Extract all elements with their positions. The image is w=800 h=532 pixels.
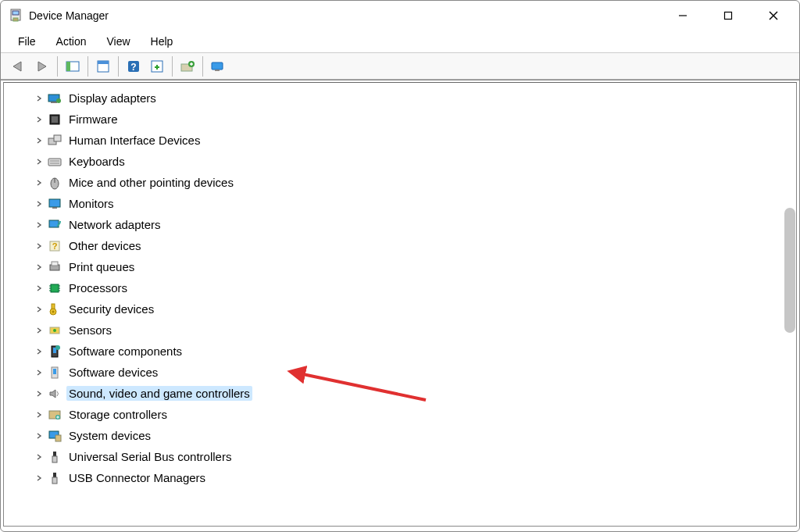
tree-item-label: Software devices xyxy=(66,365,160,380)
svg-rect-58 xyxy=(53,452,56,456)
show-hide-tree-button[interactable] xyxy=(61,55,84,77)
tree-item[interactable]: ?Other devices xyxy=(34,235,796,256)
tree-item[interactable]: Sound, video and game controllers xyxy=(34,383,796,404)
add-hardware-button[interactable] xyxy=(176,55,199,77)
tree-item-label: System devices xyxy=(66,428,153,443)
usb-icon xyxy=(48,450,62,464)
tree-item-label: Security devices xyxy=(66,302,156,316)
tree-item[interactable]: Sensors xyxy=(34,320,796,341)
expand-chevron-icon[interactable] xyxy=(34,93,45,104)
tree-item[interactable]: Processors xyxy=(34,277,796,298)
software-device-icon xyxy=(48,366,62,380)
tree-item[interactable]: Firmware xyxy=(34,109,796,130)
expand-chevron-icon[interactable] xyxy=(34,262,45,273)
expand-chevron-icon[interactable] xyxy=(34,452,45,462)
tree-item-label: Print queues xyxy=(66,259,137,274)
svg-rect-36 xyxy=(52,262,58,266)
close-button[interactable] xyxy=(751,1,796,30)
svg-rect-53 xyxy=(53,369,56,374)
mouse-icon xyxy=(48,176,62,190)
expand-chevron-icon[interactable] xyxy=(34,114,45,125)
tree-item[interactable]: Network adapters xyxy=(34,214,796,235)
help-button[interactable]: ? xyxy=(122,55,145,77)
tree-item[interactable]: Software components xyxy=(34,341,796,362)
expand-chevron-icon[interactable] xyxy=(34,388,45,399)
menu-help[interactable]: Help xyxy=(141,34,183,49)
svg-point-51 xyxy=(55,345,60,350)
tree-item-label: Sound, video and game controllers xyxy=(66,386,252,401)
svg-rect-1 xyxy=(12,11,19,15)
menu-view[interactable]: View xyxy=(97,34,139,49)
device-tree-pane: Display adaptersFirmwareHuman Interface … xyxy=(3,82,797,527)
expand-chevron-icon[interactable] xyxy=(34,409,45,420)
expand-chevron-icon[interactable] xyxy=(34,177,45,188)
expand-chevron-icon[interactable] xyxy=(34,325,45,336)
storage-icon xyxy=(48,408,62,422)
tree-item[interactable]: System devices xyxy=(34,425,796,446)
menu-action[interactable]: Action xyxy=(47,34,96,49)
menubar: File Action View Help xyxy=(1,30,799,52)
tree-item[interactable]: Universal Serial Bus controllers xyxy=(34,446,796,467)
titlebar: Device Manager xyxy=(1,1,799,30)
expand-chevron-icon[interactable] xyxy=(34,198,45,209)
expand-chevron-icon[interactable] xyxy=(34,156,45,167)
tree-item[interactable]: Human Interface Devices xyxy=(34,130,796,151)
window-controls xyxy=(660,1,796,30)
tree-item[interactable]: Storage controllers xyxy=(34,404,796,425)
expand-chevron-icon[interactable] xyxy=(34,430,45,441)
tree-item-label: Processors xyxy=(66,280,130,295)
tree-item-label: Mice and other pointing devices xyxy=(66,175,236,190)
expand-chevron-icon[interactable] xyxy=(34,346,45,357)
device-tree[interactable]: Display adaptersFirmwareHuman Interface … xyxy=(4,83,796,493)
tree-item[interactable]: Print queues xyxy=(34,256,796,277)
svg-rect-24 xyxy=(54,135,61,141)
svg-rect-4 xyxy=(725,12,732,20)
printer-icon xyxy=(48,260,62,274)
expand-chevron-icon[interactable] xyxy=(34,220,45,230)
svg-rect-57 xyxy=(55,435,61,441)
tree-item[interactable]: Keyboards xyxy=(34,151,796,172)
expand-chevron-icon[interactable] xyxy=(34,473,45,484)
scan-hardware-button[interactable] xyxy=(145,55,169,77)
expand-chevron-icon[interactable] xyxy=(34,367,45,378)
app-icon xyxy=(9,9,23,23)
scrollbar-thumb[interactable] xyxy=(784,208,795,333)
device-manager-window: Device Manager File Action View Help xyxy=(0,0,800,532)
svg-rect-31 xyxy=(52,207,57,209)
tree-item[interactable]: Display adapters xyxy=(34,87,796,109)
tree-item-label: Keyboards xyxy=(66,154,127,169)
menu-file[interactable]: File xyxy=(9,34,45,49)
svg-rect-32 xyxy=(49,220,59,227)
tree-item-label: Other devices xyxy=(66,238,144,253)
tree-item[interactable]: Mice and other pointing devices xyxy=(34,172,796,193)
maximize-button[interactable] xyxy=(705,1,751,30)
processor-icon xyxy=(48,281,62,295)
sound-icon xyxy=(48,387,62,401)
tree-item-label: Universal Serial Bus controllers xyxy=(66,449,234,464)
network-adapter-icon xyxy=(48,218,62,232)
expand-chevron-icon[interactable] xyxy=(34,135,45,146)
expand-chevron-icon[interactable] xyxy=(34,283,45,294)
forward-button[interactable] xyxy=(30,55,54,77)
svg-rect-61 xyxy=(52,477,57,484)
expand-chevron-icon[interactable] xyxy=(34,241,45,252)
back-button[interactable] xyxy=(7,55,30,77)
svg-rect-22 xyxy=(52,116,58,123)
tree-item[interactable]: Security devices xyxy=(34,298,796,320)
sensor-icon xyxy=(48,323,62,337)
svg-point-20 xyxy=(56,98,61,103)
tree-item[interactable]: USB Connector Managers xyxy=(34,467,796,488)
tree-item-label: Firmware xyxy=(66,112,120,127)
expand-chevron-icon[interactable] xyxy=(34,304,45,315)
svg-rect-60 xyxy=(53,473,56,477)
minimize-button[interactable] xyxy=(660,1,705,30)
tree-item-label: USB Connector Managers xyxy=(66,470,208,485)
svg-rect-8 xyxy=(66,62,70,71)
svg-rect-16 xyxy=(212,62,223,70)
properties-button[interactable] xyxy=(91,55,115,77)
tree-item[interactable]: Monitors xyxy=(34,193,796,214)
hid-icon xyxy=(48,134,62,148)
tree-item-label: Display adapters xyxy=(66,91,159,105)
devices-by-type-button[interactable] xyxy=(206,55,230,77)
tree-item[interactable]: Software devices xyxy=(34,362,796,383)
